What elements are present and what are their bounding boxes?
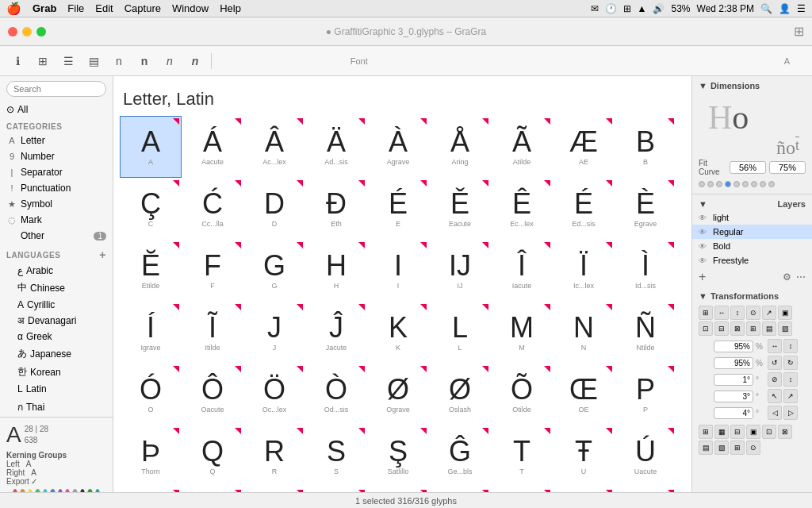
glyph-cell-Ac...lex[interactable]: Â Ac...lex xyxy=(243,116,305,178)
transform-icon-8[interactable]: ⊟ xyxy=(714,321,729,336)
glyph-cell-Satlillo[interactable]: Ş Satlillo xyxy=(367,425,429,487)
transform-icon-1[interactable]: ⊞ xyxy=(699,306,713,320)
glyph-cell-N[interactable]: N N xyxy=(553,302,615,364)
preview-button[interactable]: n xyxy=(108,51,130,71)
menu-window[interactable]: Window xyxy=(172,2,209,14)
y-scale-btn2[interactable]: ↻ xyxy=(783,356,798,370)
transform-bottom-8[interactable]: ▧ xyxy=(714,441,729,455)
glyph-cell-T[interactable]: T T xyxy=(491,425,553,487)
glyph-cell-V[interactable]: V V xyxy=(243,487,305,492)
transform-bottom-5[interactable]: ⊡ xyxy=(762,425,776,439)
layer-regular[interactable]: 👁 Regular xyxy=(692,225,812,239)
glyph-cell-Egrave[interactable]: È Egrave xyxy=(615,178,676,240)
sidebar-item-korean[interactable]: 한 Korean xyxy=(0,363,113,381)
rotate2-input[interactable] xyxy=(714,391,753,402)
menu-capture[interactable]: Capture xyxy=(124,2,161,14)
glyph-cell-Cc...lla[interactable]: Ć Cc...lla xyxy=(182,178,243,240)
dot-2[interactable] xyxy=(707,181,714,187)
glyph-cell-O[interactable]: Ó O xyxy=(120,364,182,425)
maximize-button[interactable] xyxy=(36,27,46,37)
y-scale-input[interactable] xyxy=(714,357,753,369)
dot-9[interactable] xyxy=(768,181,775,187)
glyph-cell-Oc...lex[interactable]: Ö Oc...lex xyxy=(243,364,305,425)
dot-4[interactable] xyxy=(725,181,731,187)
transform-icon-2[interactable]: ↔ xyxy=(714,306,729,320)
glyph-cell-Od...sis[interactable]: Ò Od...sis xyxy=(305,364,367,425)
glyph-cell-AE[interactable]: Æ AE xyxy=(553,116,615,178)
glyph-cell-W[interactable]: W W xyxy=(305,487,367,492)
glyph-cell-Id...sis[interactable]: Ì Id...sis xyxy=(615,240,676,302)
layer-light[interactable]: 👁 light xyxy=(692,210,812,225)
glyph-cell-R[interactable]: R R xyxy=(243,425,305,487)
glyph-cell-W...sis[interactable]: Ẅ W...sis xyxy=(491,487,553,492)
glyph-cell-Oslash[interactable]: Ø Oslash xyxy=(429,364,491,425)
transform-icon-12[interactable]: ▧ xyxy=(778,321,792,336)
search-icon[interactable]: 🔍 xyxy=(760,3,772,14)
glyph-cell-Uc...lex[interactable]: Ü Uc...lex xyxy=(120,487,182,492)
glyph-cell-P[interactable]: P P xyxy=(615,364,676,425)
sidebar-item-separator[interactable]: | Separator xyxy=(0,164,113,180)
glyph-cell-S[interactable]: S S xyxy=(305,425,367,487)
rotate2-btn1[interactable]: ↖ xyxy=(768,389,782,403)
transform-icon-6[interactable]: ▣ xyxy=(778,306,792,320)
glyph-cell-Eth[interactable]: Ð Eth xyxy=(305,178,367,240)
transform-bottom-4[interactable]: ▣ xyxy=(746,425,760,439)
add-language-button[interactable]: + xyxy=(99,248,106,261)
dot-5[interactable] xyxy=(733,181,740,187)
apple-menu[interactable]: 🍎 xyxy=(6,2,21,16)
glyph-cell-Q[interactable]: Q Q xyxy=(182,425,243,487)
sidebar-item-punctuation[interactable]: ! Punctuation xyxy=(0,180,113,196)
transform-icon-3[interactable]: ↕ xyxy=(730,306,745,320)
layer-settings-button[interactable]: ⚙ xyxy=(783,271,791,283)
list-view-button[interactable]: ☰ xyxy=(57,51,79,71)
sidebar-toggle-button[interactable]: ⊞ xyxy=(794,24,804,39)
layer-freestyle[interactable]: 👁 Freestyle xyxy=(692,253,812,267)
grid-view-button[interactable]: ⊞ xyxy=(32,51,54,71)
add-layer-button[interactable]: + xyxy=(699,270,706,284)
glyph-cell-W...flex[interactable]: Ẇ W...flex xyxy=(429,487,491,492)
fit-curve-val1[interactable]: 56% xyxy=(730,161,766,174)
x-scale-btn2[interactable]: ↕ xyxy=(783,339,798,353)
sidebar-item-chinese[interactable]: 中 Chinese xyxy=(0,279,113,297)
menu-help[interactable]: Help xyxy=(220,2,241,14)
glyph-cell-K[interactable]: K K xyxy=(367,302,429,364)
glyph-cell-IJ[interactable]: IJ IJ xyxy=(429,240,491,302)
transform-icon-5[interactable]: ↗ xyxy=(762,306,776,320)
rotate1-btn2[interactable]: ↕ xyxy=(783,372,798,387)
x-scale-btn1[interactable]: ↔ xyxy=(768,339,782,353)
info-button[interactable]: ℹ xyxy=(6,51,29,71)
glyph-cell-Agrave[interactable]: À Agrave xyxy=(367,116,429,178)
rotate1-btn1[interactable]: ⊘ xyxy=(768,372,782,387)
glyph-cell-Jacute[interactable]: Ĵ Jacute xyxy=(305,302,367,364)
glyph-cell-G[interactable]: G G xyxy=(243,240,305,302)
glyph-cell-Igrave[interactable]: Í Igrave xyxy=(120,302,182,364)
sidebar-item-symbol[interactable]: ★ Symbol xyxy=(0,196,113,212)
sidebar-item-other[interactable]: Other 1 xyxy=(0,228,113,244)
sidebar-item-letter[interactable]: A Letter xyxy=(0,133,113,148)
dot-7[interactable] xyxy=(751,181,757,187)
menu-edit[interactable]: Edit xyxy=(95,2,113,14)
sidebar-all-item[interactable]: ⊙ All xyxy=(0,102,113,117)
sidebar-item-thai[interactable]: ก Thai xyxy=(0,397,113,417)
glyph-cell-C[interactable]: Ç C xyxy=(120,178,182,240)
y-scale-btn1[interactable]: ↺ xyxy=(768,356,782,370)
dot-3[interactable] xyxy=(716,181,722,187)
glyph-cell-Otilde[interactable]: Õ Otilde xyxy=(491,364,553,425)
sidebar-item-mark[interactable]: ◌ Mark xyxy=(0,212,113,228)
glyph-cell-Ograve[interactable]: Ø Ograve xyxy=(367,364,429,425)
search-input[interactable] xyxy=(6,81,106,97)
sidebar-item-latin[interactable]: L Latin xyxy=(0,381,113,397)
menu-icon[interactable]: ☰ xyxy=(797,3,806,14)
glyph-cell-Aacute[interactable]: Á Aacute xyxy=(182,116,243,178)
rotate3-input[interactable] xyxy=(714,407,753,419)
transform-bottom-10[interactable]: ⊙ xyxy=(746,441,760,455)
glyph-cell-Iacute[interactable]: Î Iacute xyxy=(491,240,553,302)
layer-bold[interactable]: 👁 Bold xyxy=(692,239,812,253)
transform-bottom-2[interactable]: ▦ xyxy=(714,425,729,439)
glyph-cell-Atilde[interactable]: Ã Atilde xyxy=(491,116,553,178)
transform-bottom-9[interactable]: ⊞ xyxy=(730,441,745,455)
user-icon[interactable]: 👤 xyxy=(779,3,791,14)
preview4-button[interactable]: n xyxy=(184,51,206,71)
preview2-button[interactable]: n xyxy=(133,51,155,71)
dot-6[interactable] xyxy=(742,181,749,187)
